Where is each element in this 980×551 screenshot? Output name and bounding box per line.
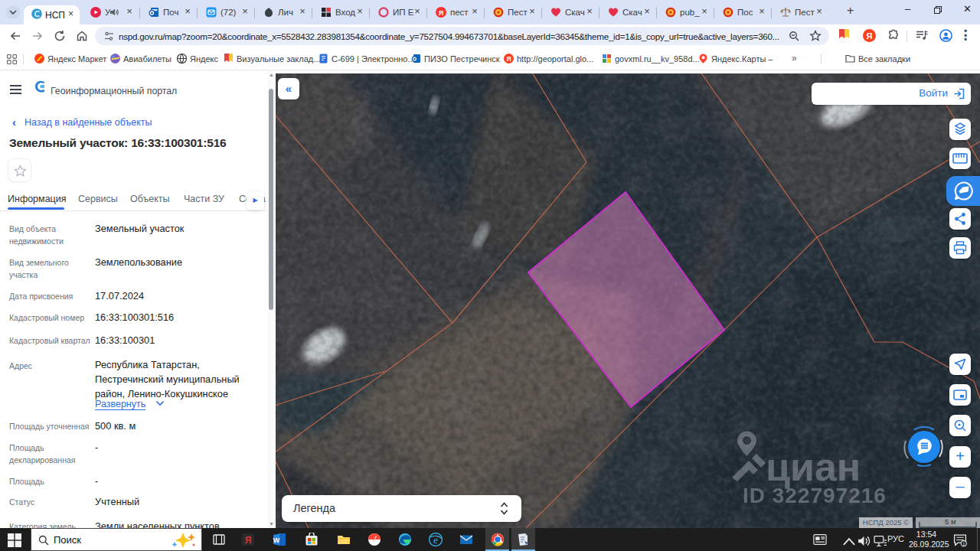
svg-text:Я: Я: [506, 55, 511, 63]
svg-text:Я: Я: [245, 535, 252, 546]
svg-text:ID 322797216: ID 322797216: [743, 484, 887, 507]
svg-text:Я: Я: [439, 9, 443, 17]
svg-text:Я: Я: [867, 31, 873, 41]
svg-text:1: 1: [962, 542, 965, 546]
svg-text:циан: циан: [766, 445, 861, 489]
svg-text:W: W: [273, 536, 280, 544]
